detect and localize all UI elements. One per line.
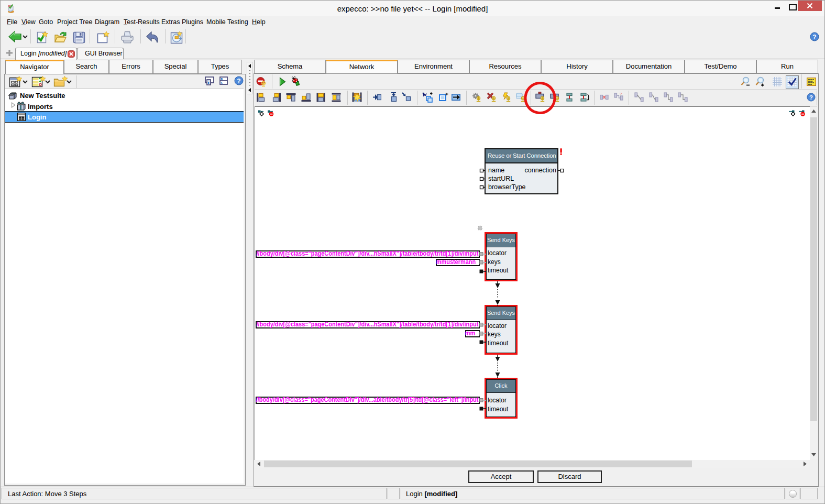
svg-text:?: ? bbox=[812, 34, 816, 41]
svg-text:?: ? bbox=[620, 92, 622, 96]
svg-text:?: ? bbox=[809, 94, 813, 101]
svg-text:?: ? bbox=[237, 78, 240, 85]
